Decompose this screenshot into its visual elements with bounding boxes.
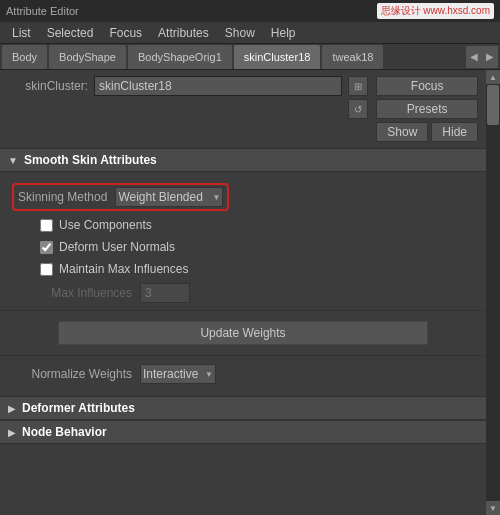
- scroll-track: [486, 84, 500, 501]
- menu-show[interactable]: Show: [217, 24, 263, 42]
- normalize-weights-row: Normalize Weights None Interactive Post: [0, 360, 486, 388]
- max-influences-row: Max Influences: [0, 280, 486, 306]
- smooth-skin-title: Smooth Skin Attributes: [24, 153, 157, 167]
- logo: 思缘设计 www.hxsd.com: [377, 3, 494, 19]
- max-influences-label: Max Influences: [12, 286, 132, 300]
- deform-user-normals-label: Deform User Normals: [59, 240, 175, 254]
- use-components-checkbox[interactable]: [40, 219, 53, 232]
- tab-tweak[interactable]: tweak18: [322, 45, 383, 69]
- tab-bodyshape[interactable]: BodyShape: [49, 45, 126, 69]
- node-label: skinCluster:: [8, 79, 88, 93]
- app-title: Attribute Editor: [6, 5, 79, 17]
- hide-button[interactable]: Hide: [431, 122, 478, 142]
- skinning-method-select[interactable]: Classic Linear Dual Quaternion Weight Bl…: [115, 187, 223, 207]
- menu-attributes[interactable]: Attributes: [150, 24, 217, 42]
- node-icons: ⊞ ↺: [348, 76, 368, 119]
- node-behavior-header[interactable]: ▶ Node Behavior: [0, 420, 486, 444]
- node-name-input[interactable]: [94, 76, 342, 96]
- tab-arrow-right[interactable]: ▶: [482, 46, 498, 68]
- presets-button[interactable]: Presets: [376, 99, 478, 119]
- main-content: skinCluster: ⊞ ↺ Focus Presets Show Hide…: [0, 70, 500, 515]
- deform-user-normals-row: Deform User Normals: [0, 236, 486, 258]
- tab-skincluster[interactable]: skinCluster18: [234, 45, 321, 69]
- right-buttons: Focus Presets Show Hide: [376, 76, 478, 142]
- tab-bar: Body BodyShape BodyShapeOrig1 skinCluste…: [0, 44, 500, 70]
- section-arrow-smooth: ▼: [8, 155, 18, 166]
- use-components-label: Use Components: [59, 218, 152, 232]
- skinning-method-label: Skinning Method: [18, 190, 107, 204]
- smooth-skin-section-header[interactable]: ▼ Smooth Skin Attributes: [0, 148, 486, 172]
- node-form: skinCluster:: [8, 76, 342, 100]
- skinning-method-select-wrapper: Classic Linear Dual Quaternion Weight Bl…: [115, 187, 223, 207]
- deformer-attributes-header[interactable]: ▶ Deformer Attributes: [0, 396, 486, 420]
- node-icon-expand[interactable]: ⊞: [348, 76, 368, 96]
- normalize-weights-select[interactable]: None Interactive Post: [140, 364, 216, 384]
- section-arrow-node: ▶: [8, 427, 16, 438]
- scroll-down-arrow[interactable]: ▼: [486, 501, 500, 515]
- maintain-max-checkbox[interactable]: [40, 263, 53, 276]
- menu-list[interactable]: List: [4, 24, 39, 42]
- skinning-method-row: Skinning Method Classic Linear Dual Quat…: [0, 180, 486, 214]
- maintain-max-row: Maintain Max Influences: [0, 258, 486, 280]
- menu-focus[interactable]: Focus: [101, 24, 150, 42]
- skinning-highlight: Skinning Method Classic Linear Dual Quat…: [12, 183, 229, 211]
- menu-selected[interactable]: Selected: [39, 24, 102, 42]
- separator1: [0, 310, 486, 311]
- menu-bar: List Selected Focus Attributes Show Help: [0, 22, 500, 44]
- tab-arrow-left[interactable]: ◀: [466, 46, 482, 68]
- separator2: [0, 355, 486, 356]
- node-icon-reload[interactable]: ↺: [348, 99, 368, 119]
- scroll-up-arrow[interactable]: ▲: [486, 70, 500, 84]
- normalize-select-wrapper: None Interactive Post: [140, 364, 216, 384]
- node-section: skinCluster: ⊞ ↺ Focus Presets Show Hide: [0, 70, 486, 148]
- section-arrow-deformer: ▶: [8, 403, 16, 414]
- max-influences-input[interactable]: [140, 283, 190, 303]
- top-banner: Attribute Editor 思缘设计 www.hxsd.com: [0, 0, 500, 22]
- update-weights-button[interactable]: Update Weights: [58, 321, 428, 345]
- left-panel: skinCluster: ⊞ ↺ Focus Presets Show Hide…: [0, 70, 486, 515]
- tab-bodyshapeorig[interactable]: BodyShapeOrig1: [128, 45, 232, 69]
- maintain-max-label: Maintain Max Influences: [59, 262, 188, 276]
- use-components-row: Use Components: [0, 214, 486, 236]
- node-row: skinCluster:: [8, 76, 342, 96]
- normalize-weights-label: Normalize Weights: [12, 367, 132, 381]
- focus-button[interactable]: Focus: [376, 76, 478, 96]
- tab-arrows: ◀ ▶: [466, 46, 498, 68]
- smooth-skin-attributes: Skinning Method Classic Linear Dual Quat…: [0, 172, 486, 396]
- update-weights-row: Update Weights: [0, 315, 486, 351]
- tab-body[interactable]: Body: [2, 45, 47, 69]
- scroll-thumb[interactable]: [487, 85, 499, 125]
- show-button[interactable]: Show: [376, 122, 428, 142]
- node-behavior-title: Node Behavior: [22, 425, 107, 439]
- deform-user-normals-checkbox[interactable]: [40, 241, 53, 254]
- right-scrollbar: ▲ ▼: [486, 70, 500, 515]
- show-hide-row: Show Hide: [376, 122, 478, 142]
- deformer-attributes-title: Deformer Attributes: [22, 401, 135, 415]
- menu-help[interactable]: Help: [263, 24, 304, 42]
